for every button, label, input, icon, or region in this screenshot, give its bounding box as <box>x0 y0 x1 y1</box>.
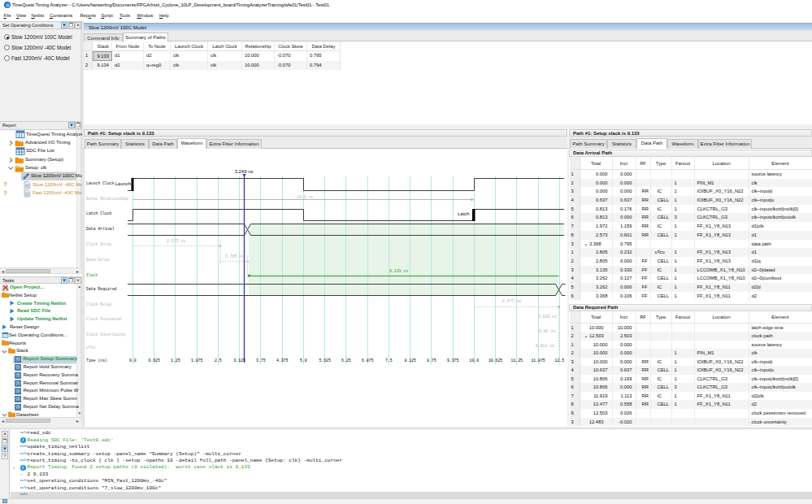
svg-text:?: ? <box>3 180 7 188</box>
svg-text:?: ? <box>3 189 7 197</box>
